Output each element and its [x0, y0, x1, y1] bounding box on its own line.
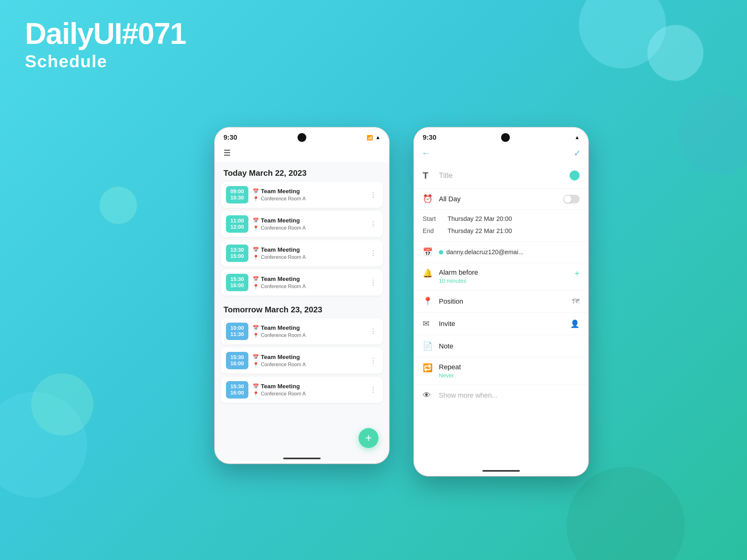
- time-end-4: 16:00: [229, 283, 245, 289]
- camera-notch-1: [298, 133, 306, 142]
- show-more-row[interactable]: 👁 Show more when...: [414, 385, 588, 406]
- schedule-content: Today March 22, 2023 09:00 10:30 📅 Team …: [215, 162, 389, 461]
- person-add-icon: 👤: [570, 320, 579, 328]
- title-input[interactable]: Title: [439, 171, 570, 180]
- event-card-tomorrow-2[interactable]: 15:30 16:00 📅 Team Meeting 📍 Conference …: [221, 348, 383, 374]
- calendar-color-dot: [439, 250, 443, 255]
- clock-icon: ⏰: [423, 194, 433, 204]
- event-name-4: Team Meeting: [261, 276, 300, 283]
- status-time-2: 9:30: [423, 133, 436, 141]
- calendar-email: danny.delacruz120@emai...: [446, 248, 523, 256]
- allday-row: ⏰ All Day: [414, 189, 588, 210]
- event-location-3: Conference Room A: [261, 255, 306, 260]
- event-card-today-4[interactable]: 15:30 16:00 📅 Team Meeting 📍 Conference …: [221, 269, 383, 296]
- alarm-value: 10 minutes: [439, 278, 574, 284]
- event-location-row-t1: 📍 Conference Room A: [253, 332, 364, 339]
- note-label: Note: [439, 342, 453, 350]
- end-label: End: [423, 228, 447, 235]
- schedule-header: ☰: [215, 145, 389, 162]
- location-icon-3: 📍: [253, 255, 259, 260]
- calendar-select-icon: 📅: [423, 247, 433, 257]
- save-check-button[interactable]: ✓: [574, 148, 581, 158]
- home-indicator-2: [483, 470, 520, 472]
- add-event-fab[interactable]: +: [359, 428, 379, 448]
- status-bar-1: 9:30 📶 ▲: [215, 128, 389, 145]
- event-info-2: 📅 Team Meeting 📍 Conference Room A: [253, 217, 364, 231]
- calendar-row[interactable]: 📅 danny.delacruz120@emai...: [414, 242, 588, 263]
- time-badge-1: 09:00 10:30: [226, 186, 248, 204]
- more-button-t2[interactable]: ⋮: [368, 355, 378, 366]
- event-location-row-t3: 📍 Conference Room A: [253, 391, 364, 397]
- event-location-row-3: 📍 Conference Room A: [253, 255, 364, 260]
- note-row[interactable]: 📄 Note: [414, 335, 588, 357]
- menu-icon[interactable]: ☰: [224, 148, 380, 158]
- time-start-4: 15:30: [229, 276, 245, 283]
- title-field-row[interactable]: T Title: [414, 163, 588, 189]
- event-card-tomorrow-3[interactable]: 15:30 16:00 📅 Team Meeting 📍 Conference …: [221, 377, 383, 403]
- event-info-1: 📅 Team Meeting 📍 Conference Room A: [253, 188, 364, 202]
- time-start-t2: 15:30: [229, 354, 245, 361]
- detail-nav: ← ✓: [414, 145, 588, 163]
- event-title-row-t3: 📅 Team Meeting: [253, 383, 364, 390]
- time-badge-t1: 10:00 11:30: [226, 323, 248, 340]
- more-button-4[interactable]: ⋮: [368, 277, 378, 288]
- more-button-2[interactable]: ⋮: [368, 219, 378, 229]
- calendar-icon-3: 📅: [253, 247, 259, 252]
- more-button-1[interactable]: ⋮: [368, 189, 378, 200]
- event-title-row-2: 📅 Team Meeting: [253, 217, 364, 224]
- time-end-2: 12:00: [229, 224, 245, 230]
- location-icon-1: 📍: [253, 196, 259, 202]
- event-location-row-2: 📍 Conference Room A: [253, 225, 364, 231]
- today-section-title: Today March 22, 2023: [221, 162, 383, 182]
- camera-notch-2: [501, 133, 510, 142]
- location-icon-t2: 📍: [253, 362, 259, 368]
- alarm-row[interactable]: 🔔 Alarm before 10 minutes +: [414, 263, 588, 290]
- allday-toggle[interactable]: [563, 195, 579, 204]
- phone-detail: 9:30 ▲ ← ✓ T Title ⏰ All Day: [414, 128, 588, 476]
- note-icon: 📄: [423, 341, 433, 351]
- position-label: Position: [439, 297, 572, 305]
- event-color-picker[interactable]: [570, 170, 579, 181]
- position-row[interactable]: 📍 Position 🗺: [414, 290, 588, 313]
- end-time-row[interactable]: End Thursday 22 Mar 21:00: [423, 225, 579, 237]
- event-name-1: Team Meeting: [261, 188, 300, 195]
- more-button-t3[interactable]: ⋮: [368, 384, 378, 395]
- event-location-row-t2: 📍 Conference Room A: [253, 362, 364, 368]
- more-button-3[interactable]: ⋮: [368, 248, 378, 259]
- time-badge-4: 15:30 16:00: [226, 274, 248, 291]
- start-time-row[interactable]: Start Thursday 22 Mar 20:00: [423, 213, 579, 225]
- event-name-t2: Team Meeting: [261, 354, 300, 361]
- signal-icon: ▲: [376, 135, 380, 140]
- title-t-icon: T: [423, 170, 433, 181]
- home-indicator-1: [283, 458, 320, 459]
- time-start-3: 13:30: [229, 247, 245, 253]
- alarm-add-button[interactable]: +: [574, 268, 579, 278]
- more-button-t1[interactable]: ⋮: [368, 326, 378, 337]
- wifi-icon: 📶: [367, 135, 373, 141]
- status-icons-1: 📶 ▲: [367, 135, 380, 141]
- status-icons-2: ▲: [574, 135, 579, 140]
- event-card-tomorrow-1[interactable]: 10:00 11:30 📅 Team Meeting 📍 Conference …: [221, 318, 383, 344]
- alarm-label: Alarm before: [439, 268, 574, 276]
- calendar-icon-t3: 📅: [253, 383, 259, 389]
- event-card-today-1[interactable]: 09:00 10:30 📅 Team Meeting 📍 Conference …: [221, 182, 383, 208]
- event-info-t3: 📅 Team Meeting 📍 Conference Room A: [253, 383, 364, 397]
- event-card-today-3[interactable]: 13:30 15:00 📅 Team Meeting 📍 Conference …: [221, 240, 383, 266]
- back-button[interactable]: ←: [421, 149, 430, 158]
- location-icon-t3: 📍: [253, 391, 259, 397]
- tomorrow-section-title: Tomorrow March 23, 2023: [221, 299, 383, 318]
- event-title-row-t2: 📅 Team Meeting: [253, 354, 364, 361]
- start-label: Start: [423, 215, 447, 222]
- repeat-value: Never: [439, 372, 579, 379]
- event-title-row-3: 📅 Team Meeting: [253, 246, 364, 253]
- event-detail-content: T Title ⏰ All Day Start Thursday 22 Mar …: [414, 163, 588, 476]
- event-card-today-2[interactable]: 11:00 12:00 📅 Team Meeting 📍 Conference …: [221, 211, 383, 237]
- repeat-row[interactable]: 🔁 Repeat Never: [414, 357, 588, 385]
- invite-label: Invite: [439, 320, 570, 328]
- alarm-icon: 🔔: [423, 268, 433, 278]
- invite-row[interactable]: ✉ Invite 👤: [414, 313, 588, 335]
- show-more-label: Show more when...: [439, 391, 497, 399]
- time-badge-t3: 15:30 16:00: [226, 381, 248, 399]
- position-pin-icon: 📍: [423, 296, 433, 306]
- time-end-3: 15:00: [229, 253, 245, 260]
